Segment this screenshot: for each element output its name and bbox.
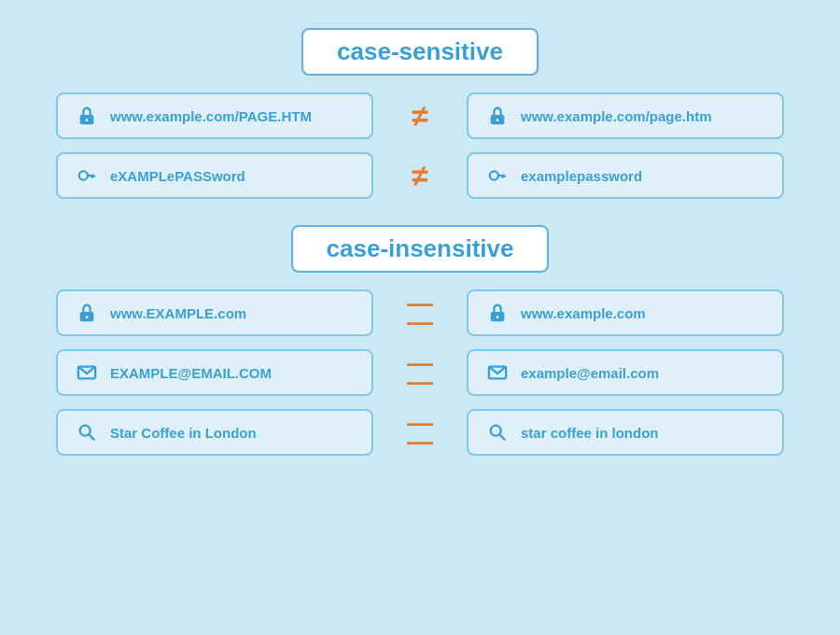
ci-row-3: Star Coffee in London — — star coffee in…: [37, 409, 803, 456]
ci-right-2-text: example@email.com: [521, 365, 659, 381]
ci-left-2: EXAMPLE@EMAIL.COM: [56, 349, 373, 396]
envelope-icon: [485, 360, 510, 385]
cs-left-1-text: www.example.com/PAGE.HTM: [110, 108, 312, 124]
cs-row-1: www.example.com/PAGE.HTM ≠ www.example.c…: [37, 92, 803, 139]
cs-left-2: eXAMPLePASSword: [56, 152, 373, 199]
cs-right-1-text: www.example.com/page.htm: [521, 108, 712, 124]
ci-right-3-text: star coffee in london: [521, 425, 659, 441]
ci-operator-2: — —: [373, 354, 467, 390]
ci-left-2-text: EXAMPLE@EMAIL.COM: [110, 365, 272, 381]
case-sensitive-section: case-sensitive www.example.com/PAGE.HTM …: [37, 19, 803, 216]
ci-operator-3: — —: [373, 414, 467, 450]
cs-right-2: examplepassword: [467, 152, 784, 199]
ci-row-1: www.EXAMPLE.com — — www.example.com: [37, 289, 803, 336]
cs-left-1: www.example.com/PAGE.HTM: [56, 92, 373, 139]
envelope-icon: [75, 360, 99, 385]
ci-left-3: Star Coffee in London: [56, 409, 373, 456]
search-icon: [75, 420, 99, 444]
cs-left-2-text: eXAMPLePASSword: [110, 168, 245, 184]
search-icon: [485, 420, 510, 444]
cs-operator-1: ≠: [373, 99, 467, 134]
ci-right-3: star coffee in london: [467, 409, 784, 456]
ci-operator-1: — —: [373, 294, 467, 331]
case-insensitive-label: case-insensitive: [291, 225, 550, 273]
key-icon: [485, 163, 510, 188]
ci-left-1: www.EXAMPLE.com: [56, 289, 373, 336]
lock-icon: [485, 301, 510, 325]
ci-left-3-text: Star Coffee in London: [110, 425, 257, 441]
ci-row-2: EXAMPLE@EMAIL.COM — — example@email.com: [37, 349, 803, 396]
cs-right-1: www.example.com/page.htm: [467, 92, 784, 139]
ci-right-2: example@email.com: [467, 349, 784, 396]
ci-left-1-text: www.EXAMPLE.com: [110, 305, 246, 321]
lock-icon: [75, 301, 99, 325]
cs-operator-2: ≠: [373, 159, 467, 193]
ci-right-1-text: www.example.com: [521, 305, 646, 321]
cs-right-2-text: examplepassword: [521, 168, 642, 184]
case-insensitive-section: case-insensitive www.EXAMPLE.com — — www…: [37, 216, 803, 473]
key-icon: [75, 163, 99, 188]
case-sensitive-rows: www.example.com/PAGE.HTM ≠ www.example.c…: [37, 92, 803, 199]
case-insensitive-rows: www.EXAMPLE.com — — www.example.com EXAM…: [37, 289, 803, 456]
lock-icon: [75, 104, 99, 128]
case-sensitive-label: case-sensitive: [301, 28, 539, 76]
cs-row-2: eXAMPLePASSword ≠ examplepassword: [37, 152, 803, 199]
lock-icon: [485, 104, 510, 128]
ci-right-1: www.example.com: [467, 289, 784, 336]
